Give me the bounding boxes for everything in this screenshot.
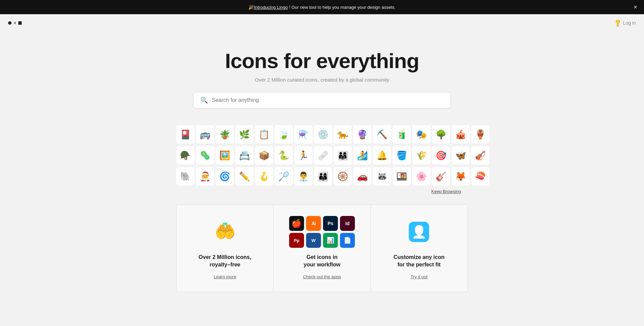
login-button[interactable]: 🔑 Log in [614, 20, 636, 26]
keep-browsing-container: Keep Browsing [176, 188, 468, 194]
logo-square [18, 21, 22, 25]
list-item[interactable]: 🩹 [314, 146, 332, 165]
app-icons-grid: 🍎 Ai Ps Id Pp W 📊 📄 [289, 216, 355, 248]
list-item[interactable]: 🦊 [451, 167, 470, 186]
navbar: × 🔑 Log in [0, 14, 644, 32]
feature-card-royalty-free: 🤲 ∞ Over 2 Million icons, royalty–free L… [177, 205, 273, 291]
list-item[interactable]: ⛏️ [373, 125, 391, 144]
list-item[interactable]: 🪖 [176, 146, 195, 165]
list-item[interactable]: 🧃 [393, 125, 411, 144]
list-item[interactable]: ✏️ [235, 167, 254, 186]
list-item[interactable]: 👨‍👩‍👦 [314, 167, 332, 186]
list-item[interactable]: ⚗️ [294, 125, 313, 144]
announcement-banner: 🎉 Introducing Lingo ! Our new tool to he… [0, 0, 644, 14]
search-input[interactable] [212, 97, 444, 103]
list-item[interactable]: 🏄 [353, 146, 371, 165]
banner-close-button[interactable]: × [633, 4, 637, 11]
list-item[interactable]: 🌳 [432, 125, 450, 144]
list-item[interactable]: 🎴 [176, 125, 195, 144]
icon-grid-container: 🎴 🚌 🪴 🌿 📋 🍃 ⚗️ 💿 🐆 🔮 ⛏️ 🧃 🎭 🌳 🎪 🏺 🪖 🦠 🖼️… [169, 125, 475, 194]
id-icon: Id [340, 216, 355, 231]
list-item[interactable]: 🍱 [393, 167, 411, 186]
logo-dot [8, 21, 12, 25]
list-item[interactable]: 🦝 [373, 167, 391, 186]
feature-card-title-workflow: Get icons in your workflow [304, 254, 340, 269]
list-item[interactable]: 🐆 [334, 125, 352, 144]
list-item[interactable]: 👨‍💼 [294, 167, 313, 186]
feature-cards-section: 🤲 ∞ Over 2 Million icons, royalty–free L… [176, 204, 468, 292]
hero-section: Icons for everything Over 2 Million cura… [0, 32, 644, 125]
list-item[interactable]: 🎸 [432, 167, 450, 186]
icon-row-2: 🪖 🦠 🖼️ 📇 📦 🐍 🏃 🩹 👨‍👩‍👧 🏄 🔔 🪣 🌾 🎯 🦋 🎻 [176, 146, 468, 165]
list-item[interactable]: 🦋 [451, 146, 470, 165]
apple-icon: 🍎 [289, 216, 304, 231]
list-item[interactable]: 🌸 [412, 167, 430, 186]
list-item[interactable]: 🪴 [216, 125, 234, 144]
list-item[interactable]: 👨‍👩‍👧 [334, 146, 352, 165]
docs-icon: 📄 [340, 233, 355, 248]
list-item[interactable]: 📋 [255, 125, 273, 144]
banner-text: Introducing Lingo ! Our new tool to help… [254, 5, 396, 10]
feature-card-icon-workflow: 🍎 Ai Ps Id Pp W 📊 📄 [289, 218, 355, 245]
word-icon: W [306, 233, 321, 248]
keep-browsing-link[interactable]: Keep Browsing [431, 189, 461, 194]
list-item[interactable]: 🖼️ [216, 146, 234, 165]
list-item[interactable]: 🎭 [412, 125, 430, 144]
key-icon: 🔑 [613, 18, 622, 28]
pp-icon: Pp [289, 233, 304, 248]
list-item[interactable]: 🍣 [471, 167, 489, 186]
list-item[interactable]: 🚗 [353, 167, 371, 186]
feature-card-icon-royalty: 🤲 ∞ [215, 218, 236, 245]
list-item[interactable]: 🐍 [275, 146, 293, 165]
login-label: Log in [623, 20, 636, 26]
list-item[interactable]: 🍃 [275, 125, 293, 144]
list-item[interactable]: 🚌 [196, 125, 214, 144]
banner-icon: 🎉 [248, 5, 254, 10]
list-item[interactable]: 🧑‍🎄 [196, 167, 214, 186]
list-item[interactable]: 🪣 [393, 146, 411, 165]
list-item[interactable]: 🌿 [235, 125, 254, 144]
list-item[interactable]: 🎪 [451, 125, 470, 144]
ai-icon: Ai [306, 216, 321, 231]
feature-card-workflow: 🍎 Ai Ps Id Pp W 📊 📄 Get icons in your wo… [274, 205, 370, 291]
list-item[interactable]: 🏃 [294, 146, 313, 165]
list-item[interactable]: 🏺 [471, 125, 489, 144]
list-item[interactable]: 🪝 [255, 167, 273, 186]
list-item[interactable]: 💿 [314, 125, 332, 144]
hero-title: Icons for everything [7, 49, 637, 73]
list-item[interactable]: 🦠 [196, 146, 214, 165]
list-item[interactable]: 🐘 [176, 167, 195, 186]
feature-card-customize: 👤 Customize any icon for the perfect fit… [371, 205, 467, 291]
list-item[interactable]: 🔔 [373, 146, 391, 165]
list-item[interactable]: 📦 [255, 146, 273, 165]
feature-card-icon-customize: 👤 [409, 218, 429, 245]
try-it-out-link[interactable]: Try it out [410, 274, 427, 279]
search-icon: 🔍 [200, 96, 208, 104]
list-item[interactable]: 🎻 [471, 146, 489, 165]
feature-card-title-customize: Customize any icon for the perfect fit [394, 254, 444, 269]
logo[interactable]: × [8, 20, 22, 26]
list-item[interactable]: 🏸 [275, 167, 293, 186]
learn-more-link[interactable]: Learn more [214, 274, 236, 279]
list-item[interactable]: 🎯 [432, 146, 450, 165]
ps-icon: Ps [323, 216, 338, 231]
list-item[interactable]: 📇 [235, 146, 254, 165]
banner-link[interactable]: Introducing Lingo [254, 5, 288, 10]
list-item[interactable]: 🌾 [412, 146, 430, 165]
feature-card-title-royalty: Over 2 Million icons, royalty–free [199, 254, 251, 269]
list-item[interactable]: 🌀 [216, 167, 234, 186]
check-out-apps-link[interactable]: Check out the apps [303, 274, 341, 279]
sheets-icon: 📊 [323, 233, 338, 248]
icon-row-3: 🐘 🧑‍🎄 🌀 ✏️ 🪝 🏸 👨‍💼 👨‍👩‍👦 🛞 🚗 🦝 🍱 🌸 🎸 🦊 🍣 [176, 167, 468, 186]
hero-subtitle: Over 2 Million curated icons, created by… [7, 77, 637, 83]
customize-icon: 👤 [409, 222, 429, 242]
logo-x: × [14, 20, 16, 26]
search-bar: 🔍 [193, 92, 451, 108]
icon-row-1: 🎴 🚌 🪴 🌿 📋 🍃 ⚗️ 💿 🐆 🔮 ⛏️ 🧃 🎭 🌳 🎪 🏺 [176, 125, 468, 144]
list-item[interactable]: 🔮 [353, 125, 371, 144]
list-item[interactable]: 🛞 [334, 167, 352, 186]
